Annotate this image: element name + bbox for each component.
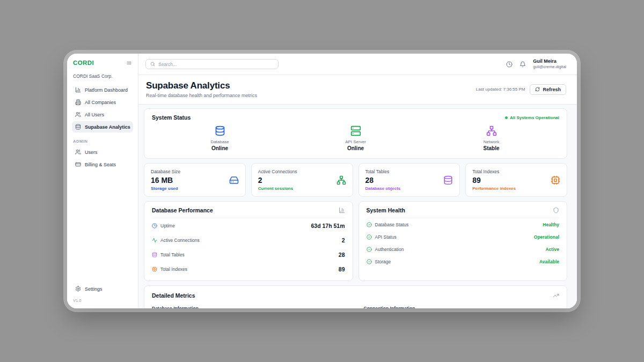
metric-value: 2 xyxy=(258,176,297,184)
status-item-database: Database Online xyxy=(152,125,288,151)
cpu-icon xyxy=(551,175,560,185)
metric-card-active-connections: Active Connections 2 Current sessions xyxy=(251,163,353,197)
system-health-card: System Health Database Status Healthy xyxy=(358,201,568,281)
check-circle-icon xyxy=(367,247,372,252)
bar-chart-icon xyxy=(75,87,81,93)
main-area: Guil Meira guil@creme.digital Supabase A… xyxy=(138,54,577,308)
database-information-column: Database Information Database Size: 16 M… xyxy=(152,306,348,308)
metric-value: 16 MB xyxy=(151,176,180,184)
page-header: Supabase Analytics Real-time database he… xyxy=(138,75,577,105)
credit-card-icon xyxy=(75,161,81,167)
sidebar-item-settings[interactable]: Settings xyxy=(72,283,133,294)
sidebar-item-label: All Companies xyxy=(85,100,116,105)
database-performance-title: Database Performance xyxy=(152,207,213,213)
health-label: Database Status xyxy=(375,222,409,227)
activity-icon xyxy=(152,238,157,243)
status-item-value: Stable xyxy=(483,145,499,151)
gear-icon xyxy=(75,286,81,292)
sidebar-item-users[interactable]: Users xyxy=(72,146,133,158)
sidebar-item-platform-dashboard[interactable]: Platform Dashboard xyxy=(72,84,133,95)
app-logo: CORDI xyxy=(73,60,94,66)
health-row-authentication: Authentication Active xyxy=(367,243,560,255)
sidebar-item-billing-seats[interactable]: Billing & Seats xyxy=(72,159,133,170)
metric-card-total-indexes: Total Indexes 89 Performance indexes xyxy=(465,163,567,197)
health-value: Operational xyxy=(534,234,559,240)
sidebar-item-label: All Users xyxy=(85,112,104,117)
page-subtitle: Real-time database health and performanc… xyxy=(146,93,257,98)
cpu-icon xyxy=(152,267,157,272)
metric-caption: Storage used xyxy=(151,186,180,191)
clock-icon xyxy=(152,223,157,228)
users-icon xyxy=(75,149,81,155)
sidebar-item-all-users[interactable]: All Users xyxy=(72,109,133,120)
performance-row-total-tables: Total Tables 28 xyxy=(152,247,345,262)
menu-icon[interactable] xyxy=(126,60,132,66)
metric-caption: Current sessions xyxy=(258,186,297,191)
topbar: Guil Meira guil@creme.digital xyxy=(138,54,577,75)
sidebar-item-label: Platform Dashboard xyxy=(85,87,128,93)
performance-value: 2 xyxy=(342,237,345,243)
health-row-api-status: API Status Operational xyxy=(367,231,560,243)
detailed-metrics-title: Detailed Metrics xyxy=(152,292,195,299)
search-box[interactable] xyxy=(145,59,279,69)
performance-value: 63d 17h 51m xyxy=(311,223,345,229)
database-icon xyxy=(75,124,81,130)
shield-icon xyxy=(553,207,559,213)
sidebar-item-label: Supabase Analytics xyxy=(85,124,130,130)
bell-icon[interactable] xyxy=(519,61,526,68)
database-icon xyxy=(443,175,453,185)
metric-title: Active Connections xyxy=(258,169,297,174)
column-heading: Connection Information xyxy=(364,306,560,308)
app-window: CORDI CORDI SaaS Corp. Platform Dashboar… xyxy=(67,54,577,308)
app-version: V1.0 xyxy=(73,298,132,303)
check-circle-icon xyxy=(367,222,372,227)
status-dot-icon xyxy=(505,116,508,119)
system-health-title: System Health xyxy=(367,207,405,213)
sidebar-item-label: Users xyxy=(85,150,98,155)
health-row-database-status: Database Status Healthy xyxy=(367,218,560,231)
search-input[interactable] xyxy=(158,62,274,67)
page-title: Supabase Analytics xyxy=(146,80,257,91)
check-circle-icon xyxy=(367,234,372,240)
refresh-button[interactable]: Refresh xyxy=(530,84,566,95)
user-block[interactable]: Guil Meira guil@creme.digital xyxy=(533,58,566,70)
metric-cards-row: Database Size 16 MB Storage used Active … xyxy=(144,163,567,197)
health-label: Authentication xyxy=(375,247,404,252)
performance-row-active-connections: Active Connections 2 xyxy=(152,233,345,247)
database-icon xyxy=(152,252,157,257)
system-status-card: System Status All Systems Operational Da… xyxy=(144,108,567,159)
metric-title: Total Tables xyxy=(365,169,401,174)
metric-card-database-size: Database Size 16 MB Storage used xyxy=(144,163,246,197)
last-updated-text: Last updated: 7:36:55 PM xyxy=(476,87,525,92)
database-performance-card: Database Performance Uptime 63d 17h 51m xyxy=(144,201,353,281)
status-item-network: Network Stable xyxy=(423,125,559,151)
health-label: API Status xyxy=(375,234,397,240)
performance-value: 89 xyxy=(339,266,345,272)
status-item-value: Online xyxy=(211,145,228,151)
sidebar-item-supabase-analytics[interactable]: Supabase Analytics xyxy=(72,121,133,132)
org-name: CORDI SaaS Corp. xyxy=(73,73,132,79)
refresh-icon xyxy=(535,87,540,92)
metric-value: 28 xyxy=(365,176,401,184)
performance-row-total-indexes: Total Indexes 89 xyxy=(152,262,345,276)
search-icon xyxy=(150,62,155,67)
status-item-value: Online xyxy=(347,145,364,151)
status-item-api-server: API Server Online xyxy=(288,125,423,151)
health-value: Available xyxy=(539,259,559,264)
check-circle-icon xyxy=(367,259,372,264)
column-heading: Database Information xyxy=(152,306,348,308)
performance-label: Active Connections xyxy=(160,238,200,243)
status-item-label: API Server xyxy=(345,139,366,144)
health-value: Healthy xyxy=(543,222,559,227)
metric-value: 89 xyxy=(472,176,516,184)
connection-information-column: Connection Information Active Connection… xyxy=(364,306,560,308)
clock-icon[interactable] xyxy=(506,61,513,68)
performance-value: 28 xyxy=(339,252,345,258)
status-badge-label: All Systems Operational xyxy=(510,115,559,120)
detailed-metrics-card: Detailed Metrics Database Information Da… xyxy=(144,285,567,308)
server-icon xyxy=(350,125,361,136)
sidebar-item-all-companies[interactable]: All Companies xyxy=(72,97,133,108)
hard-drive-icon xyxy=(229,175,239,185)
status-item-label: Database xyxy=(210,139,229,144)
sidebar-item-label: Billing & Seats xyxy=(85,162,116,167)
